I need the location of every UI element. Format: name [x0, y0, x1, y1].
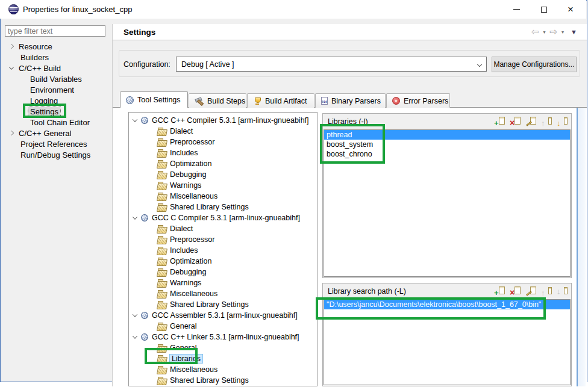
- tree-node-general[interactable]: General: [129, 342, 317, 353]
- category-folder-icon: [157, 138, 167, 146]
- libraries-panel-title: Libraries (-l): [328, 117, 368, 126]
- delete-icon[interactable]: [510, 117, 521, 126]
- move-up-icon[interactable]: [541, 286, 552, 296]
- tree-node-debugging[interactable]: Debugging: [129, 267, 317, 277]
- chevron-down-icon[interactable]: [9, 64, 14, 69]
- list-item[interactable]: boost_chrono: [324, 149, 570, 159]
- chevron-down-icon[interactable]: [133, 117, 137, 122]
- sidebar-item-build-variables[interactable]: Build Variables: [0, 73, 112, 84]
- back-dropdown-icon[interactable]: ▾: [543, 29, 546, 35]
- tree-node-label: Optimization: [170, 257, 211, 265]
- tree-node-preprocessor[interactable]: Preprocessor: [129, 234, 317, 245]
- tree-node-shared-library-settings[interactable]: Shared Library Settings: [129, 375, 317, 386]
- move-up-icon[interactable]: [541, 117, 552, 126]
- minimize-button[interactable]: [504, 0, 528, 19]
- tree-node-gcc-assembler[interactable]: GCC Assembler 5.3.1 [arm-linux-gnueabihf…: [129, 310, 317, 321]
- tree-node-shared-library-settings[interactable]: Shared Library Settings: [129, 299, 317, 310]
- dialog-titlebar[interactable]: Properties for linux_socket_cpp ×: [0, 0, 586, 19]
- back-arrow-icon[interactable]: ⇦: [531, 26, 539, 37]
- chevron-right-icon[interactable]: [9, 131, 14, 135]
- tab-error-parsers[interactable]: Error Parsers: [386, 93, 450, 108]
- tab-tool-settings[interactable]: Tool Settings: [120, 91, 188, 108]
- tree-node-label: Preprocessor: [170, 235, 214, 244]
- tree-node-miscellaneous[interactable]: Miscellaneous: [129, 364, 317, 375]
- tree-node-label: Dialect: [170, 127, 193, 135]
- tree-node-label: Includes: [170, 246, 198, 255]
- category-folder-icon: [157, 355, 167, 363]
- filter-input[interactable]: [5, 25, 105, 37]
- chevron-right-icon[interactable]: [9, 44, 14, 49]
- tree-node-optimization[interactable]: Optimization: [129, 256, 317, 267]
- maximize-button[interactable]: [532, 0, 556, 19]
- tree-node-gcc-c-compiler[interactable]: GCC C Compiler 5.3.1 [arm-linux-gnueabih…: [129, 212, 317, 223]
- tree-node-shared-library-settings[interactable]: Shared Library Settings: [129, 202, 317, 212]
- sidebar-item-project-references[interactable]: Project References: [0, 138, 112, 149]
- library-search-path-title: Library search path (-L): [328, 287, 406, 296]
- add-icon[interactable]: [494, 286, 505, 296]
- chevron-down-icon[interactable]: [133, 214, 137, 219]
- vertical-scrollbar[interactable]: [577, 108, 586, 386]
- category-folder-icon: [157, 377, 167, 385]
- category-folder-icon: [157, 128, 167, 135]
- sidebar-item-logging[interactable]: Logging: [0, 95, 112, 106]
- list-item[interactable]: "D:\users\jancu\Documents\elektronica\bo…: [324, 300, 570, 309]
- delete-icon[interactable]: [510, 286, 521, 296]
- chevron-down-icon[interactable]: [133, 312, 137, 317]
- tab-binary-parsers[interactable]: Binary Parsers: [315, 93, 386, 108]
- tree-node-miscellaneous[interactable]: Miscellaneous: [129, 191, 317, 202]
- sidebar-item-settings[interactable]: Settings: [0, 106, 112, 117]
- tree-node-optimization[interactable]: Optimization: [129, 158, 317, 169]
- tree-node-label: GCC C Compiler 5.3.1 [arm-linux-gnueabih…: [152, 214, 300, 222]
- tree-node-general[interactable]: General: [129, 321, 317, 332]
- tree-node-warnings[interactable]: Warnings: [129, 277, 317, 288]
- forward-arrow-icon[interactable]: ⇨: [550, 26, 558, 37]
- tree-node-libraries[interactable]: Libraries: [129, 353, 317, 364]
- tree-node-gcc-cpp-linker[interactable]: GCC C++ Linker 5.3.1 [arm-linux-gnueabih…: [129, 332, 317, 342]
- sidebar-item-environment[interactable]: Environment: [0, 84, 112, 95]
- tree-node-warnings[interactable]: Warnings: [129, 180, 317, 191]
- tree-node-debugging[interactable]: Debugging: [129, 169, 317, 180]
- maximize-icon: [541, 7, 547, 13]
- edit-icon[interactable]: [525, 286, 537, 296]
- edit-icon[interactable]: [525, 117, 537, 126]
- tab-build-artifact[interactable]: Build Artifact: [247, 93, 314, 108]
- category-folder-icon: [157, 344, 167, 352]
- tab-build-steps[interactable]: Build Steps: [189, 93, 246, 108]
- window-title: Properties for linux_socket_cpp: [23, 5, 132, 14]
- move-down-icon[interactable]: [557, 117, 568, 126]
- view-menu-icon[interactable]: ▼: [571, 28, 577, 36]
- tool-icon: [141, 333, 148, 341]
- tree-node-miscellaneous[interactable]: Miscellaneous: [129, 288, 317, 299]
- combo-chevron-icon: [477, 61, 482, 66]
- category-folder-icon: [157, 160, 167, 168]
- sidebar-item-cpp-general[interactable]: C/C++ General: [0, 128, 112, 138]
- configuration-combo[interactable]: Debug [ Active ]: [176, 57, 487, 72]
- category-folder-icon: [157, 279, 167, 287]
- forward-dropdown-icon[interactable]: ▾: [561, 29, 564, 35]
- manage-configurations-button[interactable]: Manage Configurations...: [492, 57, 577, 72]
- tree-node-dialect[interactable]: Dialect: [129, 223, 317, 234]
- move-down-icon[interactable]: [557, 286, 568, 296]
- category-folder-icon: [157, 193, 167, 200]
- chevron-down-icon[interactable]: [133, 333, 137, 338]
- library-search-path-panel: Library search path (-L) "D:\users\jancu…: [322, 283, 572, 386]
- sidebar-item-tool-chain-editor[interactable]: Tool Chain Editor: [0, 117, 112, 128]
- sidebar-item-cpp-build[interactable]: C/C++ Build: [0, 63, 112, 73]
- close-button[interactable]: ×: [558, 0, 583, 19]
- category-folder-icon: [157, 225, 167, 233]
- list-item[interactable]: boost_system: [324, 140, 570, 149]
- sidebar-item-run-debug-settings[interactable]: Run/Debug Settings: [0, 149, 112, 160]
- tree-node-gcc-cpp-compiler[interactable]: GCC C++ Compiler 5.3.1 [arm-linux-gnueab…: [129, 115, 317, 126]
- sidebar-item-label: Tool Chain Editor: [30, 118, 90, 127]
- sidebar-item-resource[interactable]: Resource: [0, 41, 112, 52]
- tree-node-includes[interactable]: Includes: [129, 147, 317, 158]
- sidebar-item-builders[interactable]: Builders: [0, 52, 112, 63]
- sidebar-item-label: Resource: [19, 42, 52, 51]
- add-icon[interactable]: [494, 117, 505, 126]
- list-item[interactable]: pthread: [324, 130, 570, 140]
- tree-node-label: General: [170, 344, 196, 352]
- tree-node-dialect[interactable]: Dialect: [129, 126, 317, 137]
- error-icon: [392, 97, 400, 105]
- tree-node-preprocessor[interactable]: Preprocessor: [129, 137, 317, 147]
- tree-node-includes[interactable]: Includes: [129, 245, 317, 256]
